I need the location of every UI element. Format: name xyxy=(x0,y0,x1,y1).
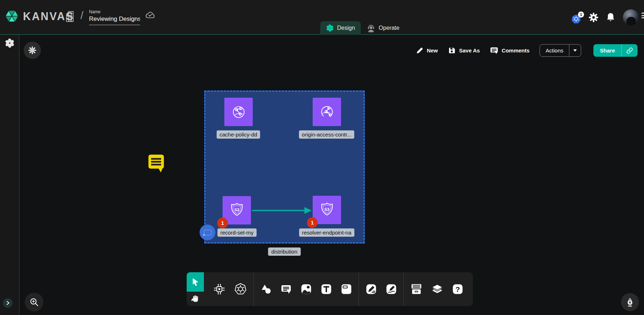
help-tool[interactable]: ? xyxy=(448,283,468,295)
route53-shield-icon: 53 xyxy=(228,202,246,219)
share-button[interactable]: Share xyxy=(593,44,621,57)
design-name-block: Name xyxy=(89,9,140,25)
pencil-icon xyxy=(416,47,423,54)
selected-group-distribution[interactable]: 53 53 cache-policy-dd xyxy=(204,91,365,244)
canvas-comment-marker[interactable] xyxy=(148,154,164,173)
copy-link-button[interactable] xyxy=(621,44,638,57)
design-canvas[interactable]: New Save As xyxy=(19,35,644,315)
share-split-button: Share xyxy=(593,44,638,57)
tab-operate[interactable]: Operate xyxy=(361,21,405,35)
select-tool[interactable] xyxy=(187,272,204,292)
toolbar-main-row: ? xyxy=(204,272,473,306)
group-selection-handle[interactable] xyxy=(200,224,215,240)
pointer-tools xyxy=(187,272,204,306)
comments-button[interactable]: Comments xyxy=(490,46,530,55)
pen-path-tool[interactable] xyxy=(361,283,381,295)
actions-split-button: Actions xyxy=(540,44,581,57)
node-label-origin-access-control[interactable]: origin-access-contr... xyxy=(299,130,354,139)
node-label-resolver-endpoint[interactable]: resolver-endpoint-na xyxy=(299,228,354,237)
meshery-swirl-icon[interactable] xyxy=(5,38,15,48)
bottom-toolbar: ? xyxy=(187,272,473,306)
comment-bubble-icon xyxy=(490,46,498,55)
group-label-distribution[interactable]: distribution xyxy=(268,247,301,256)
breadcrumb-separator: / xyxy=(80,9,83,22)
kanvas-app: KANVAS / Name xyxy=(0,0,644,315)
toolbar-divider xyxy=(359,272,359,306)
zoom-in-button[interactable] xyxy=(25,293,43,311)
header-right-actions: 1 xyxy=(571,0,639,35)
new-button[interactable]: New xyxy=(416,47,438,54)
header: KANVAS / Name xyxy=(0,0,644,35)
tab-design[interactable]: Design xyxy=(320,21,361,35)
actions-dropdown-button[interactable] xyxy=(569,45,581,56)
operator-headset-icon xyxy=(367,24,375,33)
shapes-tool[interactable] xyxy=(256,283,276,295)
record-set-count-badge: 1 xyxy=(217,218,228,228)
svg-text:53: 53 xyxy=(325,207,329,211)
overflow-menu-icon[interactable] xyxy=(641,13,644,21)
save-as-label: Save As xyxy=(459,47,480,54)
cloudfront-globe-icon xyxy=(230,103,247,121)
canvas-options-button[interactable] xyxy=(24,42,41,59)
sidebar-expand-button[interactable] xyxy=(3,298,13,308)
image-tool[interactable] xyxy=(296,283,316,295)
asterisk-flower-icon xyxy=(28,46,37,55)
pan-tool[interactable] xyxy=(187,292,204,306)
component-tool[interactable] xyxy=(209,283,230,295)
hand-icon xyxy=(191,294,200,304)
mode-tabs: Design Operate xyxy=(320,21,405,35)
kanvas-logo[interactable]: KANVAS xyxy=(4,8,74,24)
resolver-endpoint-count-badge: 1 xyxy=(307,217,318,228)
sketch-tool[interactable] xyxy=(381,283,401,295)
design-toolbar: New Save As xyxy=(416,44,638,57)
design-name-input[interactable] xyxy=(89,15,140,25)
toolbar-divider xyxy=(253,272,254,306)
route53-shield-icon: 53 xyxy=(318,201,336,219)
svg-text:?: ? xyxy=(456,285,460,293)
actions-button[interactable]: Actions xyxy=(540,45,569,56)
floppy-save-icon xyxy=(448,47,456,54)
comments-label: Comments xyxy=(502,47,530,54)
node-cache-policy[interactable] xyxy=(224,98,253,126)
design-name-label: Name xyxy=(89,9,140,14)
settings-gear-icon[interactable] xyxy=(589,13,598,22)
node-label-cache-policy[interactable]: cache-policy-dd xyxy=(216,130,260,139)
node-origin-access-control[interactable] xyxy=(313,98,341,126)
left-sidebar xyxy=(0,35,19,315)
kubernetes-badge: 1 xyxy=(578,11,584,18)
cloudfront-globe-icon xyxy=(318,103,336,121)
panel-tool[interactable] xyxy=(336,283,356,295)
save-as-button[interactable]: Save As xyxy=(448,47,480,54)
toolbar-divider xyxy=(403,272,404,306)
tab-design-label: Design xyxy=(337,25,355,31)
svg-text:53: 53 xyxy=(234,207,239,212)
whiteboarding-pen-button[interactable] xyxy=(621,293,639,311)
tab-operate-label: Operate xyxy=(379,25,400,31)
user-avatar[interactable] xyxy=(623,9,639,26)
kubernetes-context-button[interactable]: 1 xyxy=(571,14,581,24)
kubernetes-tool[interactable] xyxy=(230,283,251,296)
comment-tool[interactable] xyxy=(276,283,296,295)
layers-tool[interactable] xyxy=(427,283,448,295)
cursor-arrow-icon xyxy=(191,277,200,287)
pen-nib-icon xyxy=(625,297,635,307)
new-label: New xyxy=(427,47,438,54)
group-icon xyxy=(204,230,211,235)
kanvas-logo-icon xyxy=(4,8,19,24)
cloud-sync-icon xyxy=(145,11,155,19)
notifications-bell-icon[interactable] xyxy=(606,13,615,22)
text-tool[interactable] xyxy=(316,283,336,295)
drawer-tool[interactable] xyxy=(406,283,427,295)
design-swirl-icon xyxy=(326,24,334,32)
magnifier-plus-icon xyxy=(29,297,39,307)
node-label-record-set[interactable]: record-set-my xyxy=(218,228,257,237)
edge-record-set-to-resolver[interactable] xyxy=(251,205,313,216)
organization-icon[interactable] xyxy=(65,10,75,23)
